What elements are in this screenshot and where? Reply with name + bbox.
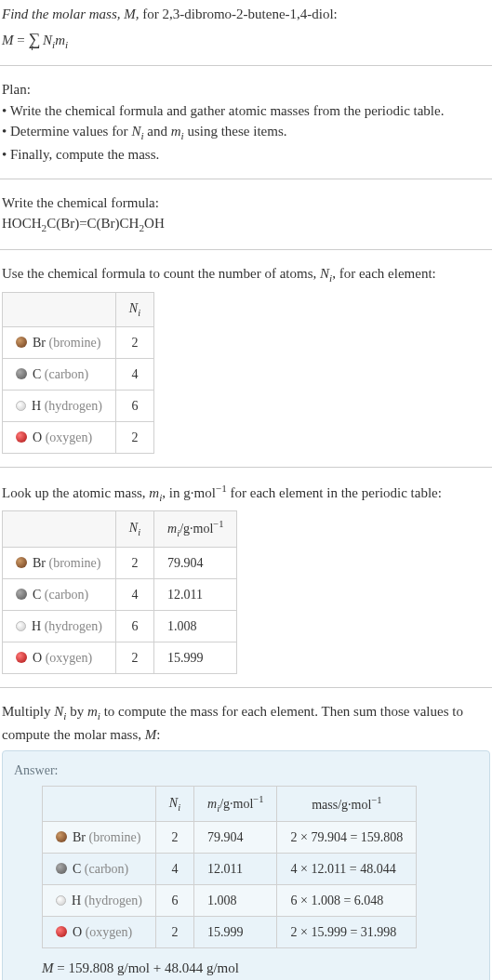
plan-heading: Plan:	[2, 79, 490, 100]
oxygen-icon	[16, 652, 27, 663]
formula-section: Write the chemical formula: HOCH2C(Br)=C…	[0, 189, 492, 240]
mass-lookup-section: Look up the atomic mass, mi, in g·mol−1 …	[0, 477, 492, 678]
table-row: H (hydrogen) 6	[3, 390, 154, 421]
table-row: O (oxygen) 2	[3, 421, 154, 453]
table-row: H (hydrogen) 6 1.008 6 × 1.008 = 6.048	[43, 885, 417, 917]
plan-bullet-1: • Write the chemical formula and gather …	[2, 100, 490, 122]
col-m-header: mi/g·mol−1	[194, 787, 277, 822]
divider	[0, 179, 492, 179]
divider	[0, 249, 492, 250]
sum-index: i	[31, 40, 33, 54]
intro-line: Find the molar mass, M, for 2,3-dibromo-…	[2, 4, 490, 25]
col-m-header: mi/g·mol−1	[154, 511, 237, 547]
intro-section: Find the molar mass, M, for 2,3-dibromo-…	[0, 0, 492, 56]
divider	[0, 467, 492, 468]
col-mass-header: mass/g·mol−1	[277, 787, 417, 822]
hydrogen-icon	[16, 621, 26, 631]
formula-heading: Write the chemical formula:	[2, 192, 490, 214]
answer-label: Answer:	[14, 761, 478, 780]
table-row: O (oxygen) 2 15.999 2 × 15.999 = 31.998	[43, 917, 417, 948]
hydrogen-icon	[56, 895, 66, 906]
count-table: Ni Br (bromine) 2 C (carbon) 4 H (hydrog…	[2, 292, 154, 454]
bromine-icon	[16, 557, 27, 568]
hydrogen-icon	[16, 401, 26, 411]
answer-table: Ni mi/g·mol−1 mass/g·mol−1 Br (bromine) …	[42, 786, 417, 948]
table-row: C (carbon) 4	[3, 358, 154, 390]
plan-section: Plan: • Write the chemical formula and g…	[0, 75, 492, 168]
plan-bullet-3: • Finally, compute the mass.	[2, 144, 490, 166]
carbon-icon	[56, 863, 67, 874]
table-row: C (carbon) 4 12.011	[3, 578, 237, 610]
count-heading: Use the chemical formula to count the nu…	[2, 263, 490, 286]
table-header-row: Ni	[3, 293, 154, 327]
table-row: O (oxygen) 2 15.999	[3, 642, 237, 673]
bromine-icon	[16, 337, 27, 348]
col-n-header: Ni	[115, 511, 153, 547]
carbon-icon	[16, 589, 27, 600]
mass-table: Ni mi/g·mol−1 Br (bromine) 2 79.904 C (c…	[2, 510, 237, 673]
table-row: Br (bromine) 2	[3, 326, 154, 358]
plan-bullet-2: • Determine values for Ni and mi using t…	[2, 121, 490, 144]
col-n-header: Ni	[155, 787, 193, 822]
multiply-text: Multiply Ni by mi to compute the mass fo…	[2, 701, 490, 745]
bromine-icon	[56, 831, 67, 842]
carbon-icon	[16, 368, 27, 379]
col-n-header: Ni	[115, 293, 153, 327]
mass-heading: Look up the atomic mass, mi, in g·mol−1 …	[2, 481, 490, 506]
table-row: Br (bromine) 2 79.904	[3, 547, 237, 578]
answer-box: Answer: Ni mi/g·mol−1 mass/g·mol−1 Br (b…	[2, 750, 490, 980]
multiply-section: Multiply Ni by mi to compute the mass fo…	[0, 697, 492, 980]
table-header-row: Ni mi/g·mol−1	[3, 511, 237, 547]
table-header-row: Ni mi/g·mol−1 mass/g·mol−1	[43, 787, 417, 822]
table-row: Br (bromine) 2 79.904 2 × 79.904 = 159.8…	[43, 822, 417, 854]
divider	[0, 65, 492, 66]
table-row: C (carbon) 4 12.011 4 × 12.011 = 48.044	[43, 854, 417, 885]
oxygen-icon	[16, 431, 27, 443]
chemical-formula: HOCH2C(Br)=C(Br)CH2OH	[2, 213, 490, 236]
molar-mass-equation: M = ∑iNimi	[2, 27, 490, 53]
oxygen-icon	[56, 926, 67, 937]
sum-line-1: M = 159.808 g/mol + 48.044 g/mol	[42, 958, 478, 979]
table-row: H (hydrogen) 6 1.008	[3, 610, 237, 642]
divider	[0, 687, 492, 688]
count-section: Use the chemical formula to count the nu…	[0, 259, 492, 457]
